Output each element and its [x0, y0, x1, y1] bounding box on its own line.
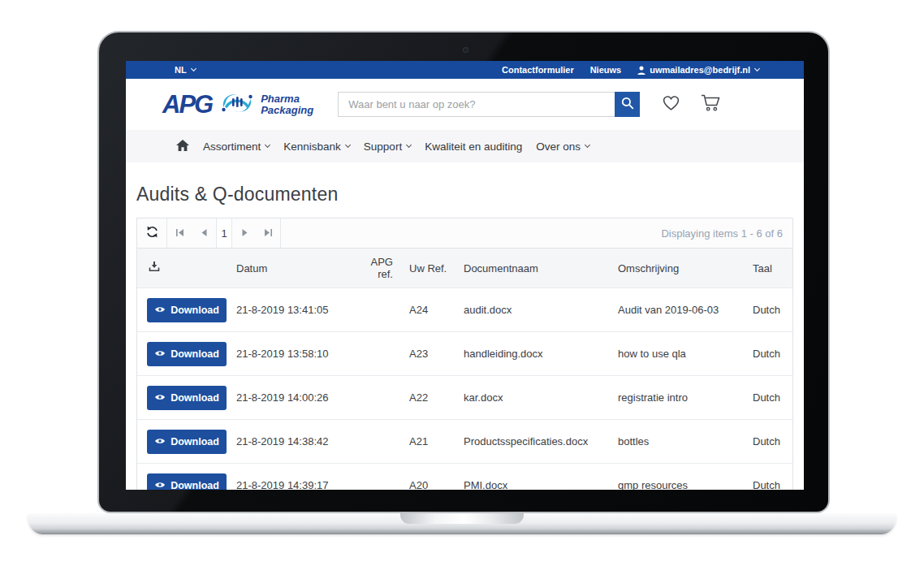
- cell-datum: 21-8-2019 14:39:17: [236, 479, 356, 490]
- download-column-header: [137, 262, 236, 275]
- cell-documentnaam: handleiding.docx: [464, 348, 618, 360]
- heart-icon: [661, 94, 681, 115]
- top-utility-bar: NL Contactformulier Nieuws uwmailadres@b…: [126, 61, 804, 79]
- col-omschrijving: Omschrijving: [618, 262, 753, 275]
- chevron-down-icon: [585, 141, 590, 147]
- download-button[interactable]: Download: [147, 298, 227, 322]
- nav-label: Kwaliteit en auditing: [425, 140, 522, 153]
- logo-apg-text: APG: [162, 90, 212, 119]
- pagination-bar: 1 Displaying items 1 - 6 of 6: [137, 218, 792, 249]
- browser-screen: NL Contactformulier Nieuws uwmailadres@b…: [126, 61, 804, 490]
- nav-home[interactable]: [175, 140, 191, 153]
- user-email: uwmailadres@bedrijf.nl: [650, 65, 750, 75]
- cell-documentnaam: audit.docx: [464, 304, 618, 316]
- cell-taal: Dutch: [753, 391, 792, 404]
- table-row: Download 21-8-2019 14:39:17 A20 PMI.docx…: [137, 464, 792, 490]
- nav-support[interactable]: Support: [362, 140, 412, 153]
- eye-icon: [154, 392, 166, 404]
- eye-icon: [154, 348, 166, 360]
- table-header-row: Datum APG ref. Uw Ref. Documentnaam Omsc…: [137, 249, 792, 288]
- pagination-status: Displaying items 1 - 6 of 6: [661, 218, 792, 248]
- eye-icon: [154, 305, 166, 316]
- last-page-button[interactable]: [257, 218, 281, 248]
- nav-assortiment[interactable]: Assortiment: [201, 140, 271, 153]
- table-row: Download 21-8-2019 14:00:26 A22 kar.docx…: [137, 376, 792, 420]
- download-label: Download: [171, 348, 219, 360]
- download-label: Download: [171, 392, 219, 404]
- laptop-base-notch: [400, 513, 524, 524]
- first-page-icon: [175, 227, 184, 240]
- contact-link[interactable]: Contactformulier: [502, 65, 574, 75]
- chevron-down-icon: [754, 65, 760, 71]
- wishlist-button[interactable]: [661, 94, 681, 115]
- cell-taal: Dutch: [753, 348, 792, 360]
- user-account-menu[interactable]: uwmailadres@bedrijf.nl: [637, 65, 759, 75]
- cell-datum: 21-8-2019 13:58:10: [236, 348, 356, 360]
- cart-icon: [701, 93, 722, 115]
- search-button[interactable]: [615, 92, 640, 117]
- col-taal: Taal: [753, 262, 792, 275]
- nav-label: Kennisbank: [283, 140, 341, 153]
- download-label: Download: [171, 436, 219, 447]
- download-label: Download: [171, 305, 219, 316]
- prev-page-button[interactable]: [192, 218, 216, 248]
- table-row: Download 21-8-2019 13:58:10 A23 handleid…: [137, 332, 792, 376]
- last-page-icon: [264, 227, 273, 240]
- download-button[interactable]: Download: [147, 386, 227, 410]
- cell-taal: Dutch: [753, 479, 792, 490]
- laptop-base: [28, 513, 896, 534]
- documents-table: 1 Displaying items 1 - 6 of 6: [136, 218, 793, 490]
- cell-documentnaam: kar.docx: [464, 391, 618, 404]
- nav-label: Support: [364, 140, 402, 153]
- news-link[interactable]: Nieuws: [590, 65, 622, 75]
- cell-datum: 21-8-2019 13:41:05: [236, 304, 356, 316]
- language-selector[interactable]: NL: [175, 65, 196, 75]
- cell-uw-ref: A23: [409, 348, 464, 360]
- col-datum: Datum: [236, 262, 356, 275]
- logo-line1: Pharma: [261, 93, 313, 105]
- table-row: Download 21-8-2019 14:38:42 A21 Products…: [137, 420, 792, 464]
- cart-button[interactable]: [701, 93, 722, 115]
- cell-omschrijving: Audit van 2019-06-03: [618, 304, 753, 316]
- nav-label: Over ons: [536, 140, 581, 153]
- next-page-icon: [240, 227, 249, 240]
- nav-kwaliteit-en-auditing[interactable]: Kwaliteit en auditing: [423, 140, 524, 153]
- download-label: Download: [171, 480, 219, 491]
- apg-logo[interactable]: APG Pharma Packaging: [162, 89, 313, 120]
- cell-omschrijving: bottles: [618, 435, 753, 447]
- prev-page-icon: [200, 227, 209, 240]
- download-button[interactable]: Download: [147, 430, 227, 454]
- download-button[interactable]: Download: [147, 342, 227, 366]
- nav-kennisbank[interactable]: Kennisbank: [282, 140, 352, 153]
- home-icon: [176, 140, 189, 153]
- cell-taal: Dutch: [753, 304, 792, 316]
- user-icon: [637, 66, 646, 75]
- col-uw-ref: Uw Ref.: [409, 262, 464, 275]
- download-button[interactable]: Download: [147, 473, 227, 491]
- cell-uw-ref: A24: [409, 304, 464, 316]
- download-tray-icon: [149, 262, 160, 275]
- next-page-button[interactable]: [232, 218, 257, 248]
- refresh-button[interactable]: [137, 218, 167, 248]
- chevron-down-icon: [265, 141, 270, 147]
- nav-label: Assortiment: [203, 140, 261, 153]
- page-title: Audits & Q-documenten: [136, 184, 793, 205]
- language-label: NL: [175, 65, 187, 75]
- refresh-icon: [146, 226, 158, 240]
- nav-over-ons[interactable]: Over ons: [534, 140, 591, 153]
- current-page-number: 1: [216, 218, 232, 248]
- cell-datum: 21-8-2019 14:00:26: [236, 391, 356, 404]
- first-page-button[interactable]: [167, 218, 192, 248]
- search-icon: [621, 97, 634, 112]
- cell-omschrijving: gmp resources: [618, 479, 753, 490]
- chevron-down-icon: [191, 65, 196, 71]
- search-box: [338, 92, 640, 117]
- col-documentnaam: Documentnaam: [464, 262, 618, 275]
- cell-omschrijving: how to use qla: [618, 348, 753, 360]
- chevron-down-icon: [345, 141, 351, 147]
- table-row: Download 21-8-2019 13:41:05 A24 audit.do…: [137, 288, 792, 332]
- cell-datum: 21-8-2019 14:38:42: [236, 435, 356, 447]
- cell-omschrijving: registratie intro: [618, 391, 753, 404]
- search-input[interactable]: [338, 92, 615, 117]
- laptop-frame: NL Contactformulier Nieuws uwmailadres@b…: [97, 31, 830, 513]
